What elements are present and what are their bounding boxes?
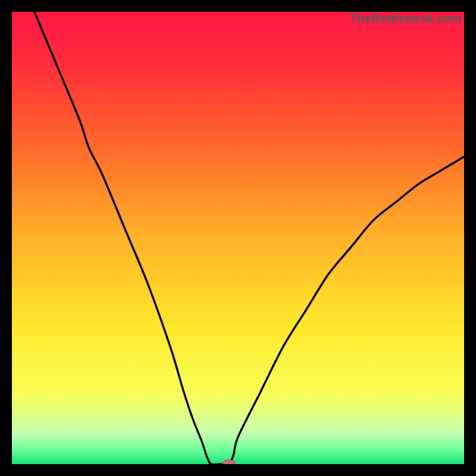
optimal-marker [223,460,236,464]
chart-frame: TheBottleneck.com [0,0,476,476]
plot-area: TheBottleneck.com [12,12,464,464]
watermark-text: TheBottleneck.com [350,12,462,26]
bottleneck-curve [12,12,464,464]
